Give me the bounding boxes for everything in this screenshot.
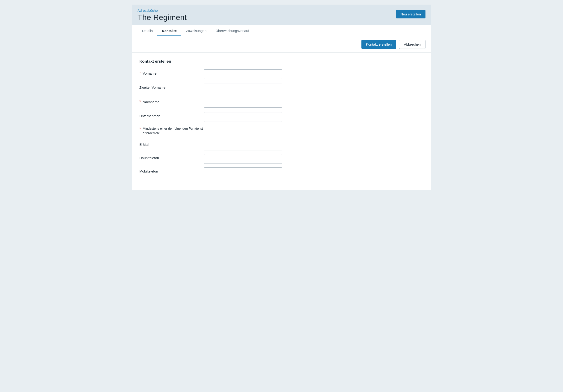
nachname-input[interactable]: [204, 98, 282, 108]
page-header: Adressbücher The Regiment Neu erstellen: [132, 5, 431, 25]
breadcrumb[interactable]: Adressbücher: [138, 9, 187, 13]
haupttelefon-input[interactable]: [204, 154, 282, 164]
nachname-input-col: [204, 98, 282, 108]
nachname-row: * Nachname: [139, 98, 424, 108]
required-note-text: Mindestens einer der folgenden Punkte is…: [143, 126, 204, 135]
zweiter-vorname-input-col: [204, 84, 282, 93]
tab-ueberwachungsverlauf[interactable]: Überwachungsverlauf: [211, 25, 254, 36]
page-wrapper: Adressbücher The Regiment Neu erstellen …: [132, 5, 431, 190]
email-input-col: [204, 141, 282, 150]
required-note-label-col: * Mindestens einer der folgenden Punkte …: [139, 126, 204, 135]
email-row: E-Mail: [139, 141, 424, 151]
vorname-label-col: * Vorname: [139, 69, 204, 75]
vorname-input-col: [204, 69, 282, 79]
zweiter-vorname-label: Zweiter Vorname: [139, 86, 166, 89]
unternehmen-row: Unternehmen: [139, 112, 424, 122]
vorname-label: Vorname: [143, 71, 156, 75]
kontakt-erstellen-button[interactable]: Kontakt erstellen: [361, 40, 397, 49]
haupttelefon-label: Haupttelefon: [139, 156, 159, 160]
zweiter-vorname-label-col: Zweiter Vorname: [139, 84, 204, 89]
mobiltelefon-input-col: [204, 167, 282, 177]
action-bar: Kontakt erstellen Abbrechen: [132, 36, 431, 53]
mobiltelefon-row: Mobiltelefon: [139, 167, 424, 177]
unternehmen-input-col: [204, 112, 282, 122]
neu-erstellen-button[interactable]: Neu erstellen: [396, 10, 425, 18]
vorname-input[interactable]: [204, 69, 282, 79]
tab-kontakte[interactable]: Kontakte: [157, 25, 181, 36]
tab-details[interactable]: Details: [138, 25, 157, 36]
abbrechen-button[interactable]: Abbrechen: [399, 40, 425, 49]
required-note-star: *: [139, 127, 141, 131]
haupttelefon-label-col: Haupttelefon: [139, 154, 204, 160]
tab-zuweisungen[interactable]: Zuweisungen: [181, 25, 211, 36]
haupttelefon-input-col: [204, 154, 282, 164]
zweiter-vorname-input[interactable]: [204, 84, 282, 93]
email-label: E-Mail: [139, 143, 149, 147]
unternehmen-label-col: Unternehmen: [139, 112, 204, 118]
nachname-label-col: * Nachname: [139, 98, 204, 104]
page-title: The Regiment: [138, 13, 187, 22]
vorname-required-star: *: [139, 71, 141, 75]
required-note-row: * Mindestens einer der folgenden Punkte …: [139, 126, 424, 137]
vorname-row: * Vorname: [139, 69, 424, 79]
mobiltelefon-label-col: Mobiltelefon: [139, 167, 204, 173]
form-section-title: Kontakt erstellen: [139, 59, 424, 64]
mobiltelefon-input[interactable]: [204, 167, 282, 177]
email-input[interactable]: [204, 141, 282, 150]
haupttelefon-row: Haupttelefon: [139, 154, 424, 164]
nachname-required-star: *: [139, 100, 141, 104]
mobiltelefon-label: Mobiltelefon: [139, 169, 158, 173]
tabs-bar: Details Kontakte Zuweisungen Überwachung…: [132, 25, 431, 36]
unternehmen-input[interactable]: [204, 112, 282, 122]
email-label-col: E-Mail: [139, 141, 204, 147]
nachname-label: Nachname: [143, 100, 159, 104]
form-section: Kontakt erstellen * Vorname Zweiter Vorn…: [132, 53, 431, 190]
zweiter-vorname-row: Zweiter Vorname: [139, 84, 424, 94]
unternehmen-label: Unternehmen: [139, 114, 160, 118]
header-left: Adressbücher The Regiment: [138, 9, 187, 22]
